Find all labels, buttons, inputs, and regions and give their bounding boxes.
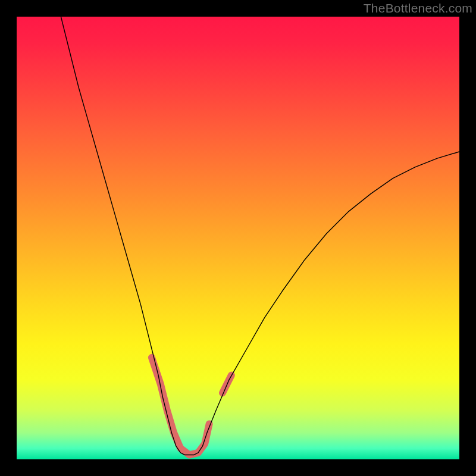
chart-frame: TheBottleneck.com: [0, 0, 476, 476]
watermark-text: TheBottleneck.com: [364, 1, 472, 15]
chart-background: [17, 17, 459, 459]
plot-area: [17, 17, 459, 459]
chart-svg: [17, 17, 459, 459]
